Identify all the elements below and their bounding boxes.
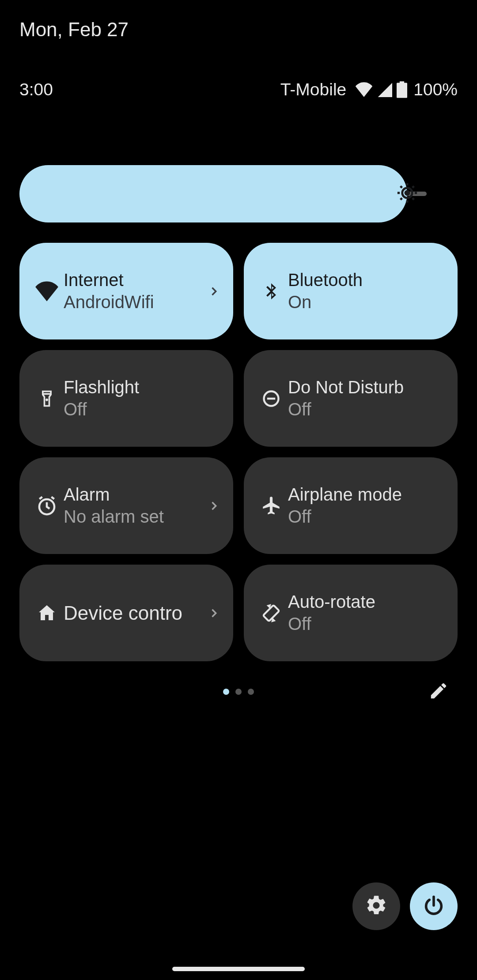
page-dot	[235, 689, 242, 695]
tile-subtitle: Off	[288, 399, 447, 420]
chevron-right-icon[interactable]	[205, 500, 223, 512]
gear-icon	[365, 894, 388, 919]
tile-internet[interactable]: Internet AndroidWifi	[19, 243, 233, 339]
bluetooth-icon	[254, 280, 288, 303]
page-indicator	[223, 689, 254, 695]
power-button[interactable]	[410, 882, 458, 930]
settings-button[interactable]	[352, 882, 400, 930]
flashlight-icon	[30, 387, 64, 410]
home-indicator[interactable]	[172, 967, 305, 971]
tile-flashlight[interactable]: Flashlight Off	[19, 350, 233, 447]
wifi-icon	[30, 281, 64, 302]
tile-title: Device contro	[64, 602, 205, 625]
tile-subtitle: AndroidWifi	[64, 292, 205, 313]
tile-auto-rotate[interactable]: Auto-rotate Off	[244, 565, 458, 661]
tile-title: Alarm	[64, 484, 205, 505]
home-icon	[30, 603, 64, 624]
page-dot	[248, 689, 254, 695]
clock-time: 3:00	[19, 80, 53, 99]
brightness-icon	[396, 181, 419, 206]
chevron-right-icon[interactable]	[205, 607, 223, 619]
airplane-icon	[254, 495, 288, 517]
edit-tiles-button[interactable]	[428, 681, 449, 703]
svg-point-1	[404, 190, 410, 196]
power-icon	[422, 894, 445, 919]
brightness-slider[interactable]	[19, 165, 458, 222]
tile-subtitle: Off	[288, 614, 447, 634]
battery-icon	[397, 81, 407, 98]
status-bar: 3:00 T-Mobile 100%	[19, 79, 458, 101]
svg-point-2	[45, 398, 48, 401]
qs-tiles-grid: Internet AndroidWifi Bluetooth On Flashl…	[19, 243, 458, 661]
tile-airplane-mode[interactable]: Airplane mode Off	[244, 457, 458, 554]
tile-subtitle: Off	[288, 506, 447, 527]
wifi-icon	[355, 82, 373, 97]
tile-title: Do Not Disturb	[288, 377, 447, 398]
tile-title: Flashlight	[64, 377, 223, 398]
battery-percent: 100%	[413, 80, 458, 99]
tile-device-controls[interactable]: Device contro	[19, 565, 233, 661]
rotate-icon	[254, 602, 288, 624]
tile-do-not-disturb[interactable]: Do Not Disturb Off	[244, 350, 458, 447]
page-dot	[223, 689, 229, 695]
svg-rect-6	[263, 605, 280, 621]
tile-subtitle: Off	[64, 399, 223, 420]
tile-bluetooth[interactable]: Bluetooth On	[244, 243, 458, 339]
dnd-icon	[254, 389, 288, 408]
tile-title: Auto-rotate	[288, 592, 447, 612]
date-label: Mon, Feb 27	[19, 19, 129, 41]
tile-title: Airplane mode	[288, 484, 447, 505]
tile-title: Internet	[64, 270, 205, 290]
tile-title: Bluetooth	[288, 270, 447, 290]
tile-subtitle: No alarm set	[64, 506, 205, 527]
carrier-label: T-Mobile	[280, 80, 347, 99]
brightness-fill	[19, 165, 407, 222]
alarm-icon	[30, 495, 64, 517]
cellular-icon	[377, 82, 392, 97]
tile-alarm[interactable]: Alarm No alarm set	[19, 457, 233, 554]
chevron-right-icon[interactable]	[205, 285, 223, 298]
tile-subtitle: On	[288, 292, 447, 313]
